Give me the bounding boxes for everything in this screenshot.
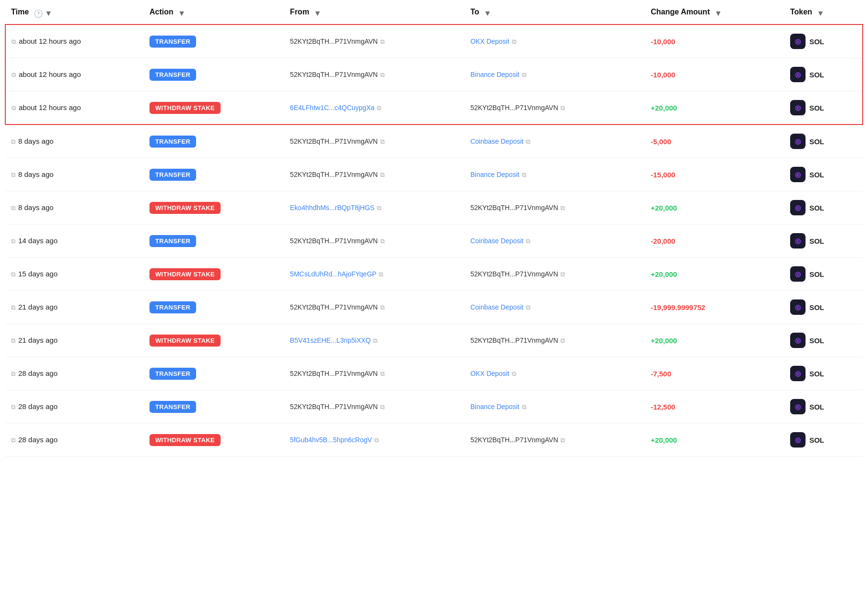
copy-time-icon[interactable]: ⧉: [11, 403, 15, 410]
copy-time-icon[interactable]: ⧉: [12, 71, 16, 78]
copy-time-icon[interactable]: ⧉: [11, 370, 15, 377]
from-address: 52KYt2BqTH...P71VnmgAVN: [290, 137, 378, 145]
from-address: 52KYt2BqTH...P71VnmgAVN: [290, 237, 378, 245]
copy-from-icon[interactable]: ⧉: [380, 38, 384, 46]
action-cell: WITHDRAW STAKE: [144, 191, 284, 224]
sol-icon: ◎: [790, 167, 806, 182]
copy-to-icon[interactable]: ⧉: [522, 71, 526, 79]
copy-time-icon[interactable]: ⧉: [11, 436, 15, 444]
sol-token-container: ◎ SOL: [790, 233, 857, 249]
token-cell: ◎ SOL: [784, 25, 863, 58]
from-address-link[interactable]: Eko4hhdhMs...rBQpT8jHGS: [290, 204, 374, 211]
to-address-link[interactable]: Coinbase Deposit: [471, 303, 524, 311]
copy-to-icon[interactable]: ⧉: [560, 436, 565, 444]
copy-from-icon[interactable]: ⧉: [377, 204, 381, 212]
copy-time-icon[interactable]: ⧉: [12, 104, 16, 112]
sol-icon: ◎: [790, 366, 806, 381]
copy-to-icon[interactable]: ⧉: [526, 237, 530, 245]
action-badge[interactable]: TRANSFER: [149, 169, 196, 181]
action-badge[interactable]: TRANSFER: [149, 401, 196, 413]
change-amount-cell: +20,000: [645, 191, 784, 224]
token-name: SOL: [809, 237, 824, 245]
action-badge[interactable]: TRANSFER: [149, 136, 196, 148]
copy-to-icon[interactable]: ⧉: [560, 271, 565, 278]
from-address-link[interactable]: 6E4LFhtw1C...c4QCuypgXa: [290, 104, 374, 112]
action-badge[interactable]: TRANSFER: [149, 235, 196, 247]
copy-to-icon[interactable]: ⧉: [512, 370, 516, 378]
from-address: 52KYt2BqTH...P71VnmgAVN: [290, 171, 378, 178]
copy-to-icon[interactable]: ⧉: [526, 304, 530, 311]
token-cell: ◎ SOL: [784, 423, 863, 457]
from-address: 52KYt2BqTH...P71VnmgAVN: [290, 370, 378, 377]
action-badge[interactable]: TRANSFER: [149, 301, 196, 313]
from-address-link[interactable]: B5V41szEHE...L3rip5iXXQ: [290, 336, 371, 344]
change-amount-cell: +20,000: [645, 324, 784, 357]
copy-to-icon[interactable]: ⧉: [522, 403, 526, 411]
token-cell: ◎ SOL: [784, 357, 863, 390]
copy-from-icon[interactable]: ⧉: [380, 403, 384, 411]
token-filter-icon[interactable]: ▼: [817, 9, 823, 16]
action-cell: WITHDRAW STAKE: [144, 258, 284, 291]
time-filter-icon[interactable]: ▼: [45, 9, 51, 16]
copy-to-icon[interactable]: ⧉: [560, 204, 565, 212]
from-address-link[interactable]: 5fGub4hv5B...5hpn6cRogV: [290, 436, 372, 444]
action-badge[interactable]: WITHDRAW STAKE: [149, 268, 221, 280]
action-cell: TRANSFER: [144, 357, 284, 390]
copy-to-icon[interactable]: ⧉: [512, 38, 516, 46]
change-amount-value: +20,000: [651, 270, 677, 278]
copy-time-icon[interactable]: ⧉: [12, 38, 16, 45]
table-row: ⧉8 days agoTRANSFER52KYt2BqTH...P71VnmgA…: [5, 124, 863, 158]
action-badge[interactable]: WITHDRAW STAKE: [149, 335, 221, 347]
copy-from-icon[interactable]: ⧉: [380, 171, 384, 179]
action-badge[interactable]: TRANSFER: [149, 36, 196, 48]
action-badge[interactable]: TRANSFER: [149, 69, 196, 81]
time-cell: ⧉28 days ago: [5, 423, 144, 457]
from-address-link[interactable]: 5MCsLdUhRd...hAjoFYqeGP: [290, 270, 376, 278]
action-badge[interactable]: WITHDRAW STAKE: [149, 434, 221, 446]
copy-time-icon[interactable]: ⧉: [11, 337, 15, 344]
change-filter-icon[interactable]: ▼: [714, 9, 721, 16]
change-amount-cell: -15,000: [645, 158, 784, 191]
copy-to-icon[interactable]: ⧉: [560, 337, 565, 345]
copy-from-icon[interactable]: ⧉: [380, 138, 384, 146]
to-address-link[interactable]: OKX Deposit: [471, 370, 509, 377]
copy-to-icon[interactable]: ⧉: [522, 171, 526, 179]
copy-time-icon[interactable]: ⧉: [11, 237, 15, 245]
to-address-link[interactable]: Coinbase Deposit: [471, 137, 524, 145]
action-filter-icon[interactable]: ▼: [178, 9, 185, 16]
to-address: 52KYt2BqTH...P71VnmgAVN: [471, 336, 558, 344]
to-cell: 52KYt2BqTH...P71VnmgAVN⧉: [465, 423, 645, 457]
table-row: ⧉about 12 hours agoWITHDRAW STAKE6E4LFht…: [5, 91, 863, 125]
copy-time-icon[interactable]: ⧉: [11, 271, 15, 278]
copy-from-icon[interactable]: ⧉: [380, 370, 384, 378]
to-address-link[interactable]: Binance Deposit: [471, 71, 520, 78]
change-amount-value: -19,999.9999752: [651, 303, 705, 311]
to-address-link[interactable]: OKX Deposit: [471, 37, 509, 45]
copy-time-icon[interactable]: ⧉: [11, 171, 15, 178]
copy-from-icon[interactable]: ⧉: [380, 71, 384, 79]
copy-from-icon[interactable]: ⧉: [380, 304, 384, 311]
token-name: SOL: [809, 370, 824, 378]
action-badge[interactable]: WITHDRAW STAKE: [149, 202, 221, 214]
copy-from-icon[interactable]: ⧉: [373, 337, 377, 345]
change-amount-value: +20,000: [651, 204, 677, 212]
copy-to-icon[interactable]: ⧉: [526, 138, 530, 146]
from-filter-icon[interactable]: ▼: [314, 9, 321, 16]
copy-time-icon[interactable]: ⧉: [11, 138, 15, 145]
copy-time-icon[interactable]: ⧉: [11, 304, 15, 311]
time-value: 15 days ago: [18, 270, 58, 278]
copy-to-icon[interactable]: ⧉: [560, 104, 565, 112]
action-badge[interactable]: WITHDRAW STAKE: [149, 102, 221, 114]
time-value: 8 days ago: [18, 203, 53, 211]
copy-from-icon[interactable]: ⧉: [374, 436, 379, 444]
to-filter-icon[interactable]: ▼: [484, 9, 491, 16]
change-amount-cell: +20,000: [645, 258, 784, 291]
to-address-link[interactable]: Binance Deposit: [471, 171, 520, 178]
copy-from-icon[interactable]: ⧉: [380, 237, 384, 245]
copy-time-icon[interactable]: ⧉: [11, 204, 15, 211]
action-badge[interactable]: TRANSFER: [149, 368, 196, 380]
copy-from-icon[interactable]: ⧉: [377, 104, 381, 112]
copy-from-icon[interactable]: ⧉: [379, 271, 383, 278]
to-address-link[interactable]: Coinbase Deposit: [471, 237, 524, 245]
to-address-link[interactable]: Binance Deposit: [471, 403, 520, 410]
